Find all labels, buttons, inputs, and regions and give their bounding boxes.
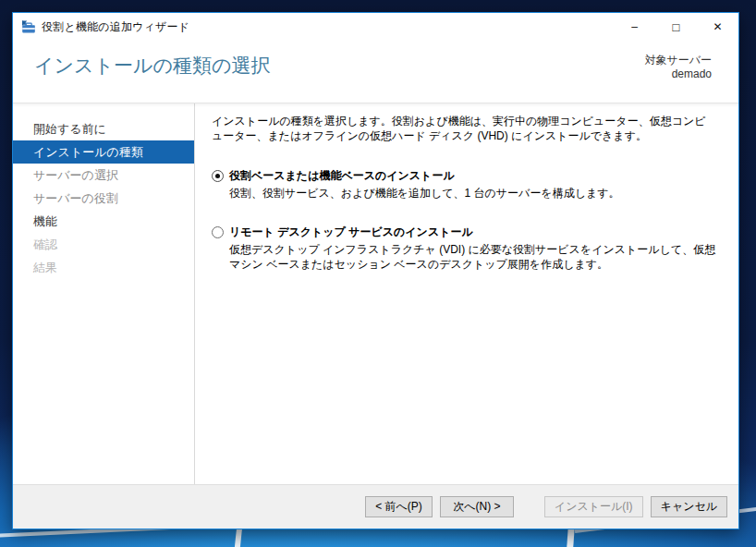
sidebar-item-features[interactable]: 機能 [13,210,194,233]
option-label[interactable]: リモート デスクトップ サービスのインストール [229,225,473,239]
option-role-based-install[interactable]: 役割ベースまたは機能ベースのインストール 役割、役割サービス、および機能を追加し… [212,168,716,201]
intro-text: インストールの種類を選択します。役割および機能は、実行中の物理コンピューター、仮… [212,114,716,143]
sidebar-item-installation-type[interactable]: インストールの種類 [13,140,194,164]
maximize-button[interactable]: □ [655,13,697,41]
cancel-button[interactable]: キャンセル [651,496,727,517]
page-title: インストールの種類の選択 [34,53,738,79]
sidebar-item-before-you-begin[interactable]: 開始する前に [13,117,194,140]
caption-buttons: – □ ✕ [614,13,738,41]
sidebar-item-server-roles[interactable]: サーバーの役割 [13,187,194,210]
option-remote-desktop-install[interactable]: リモート デスクトップ サービスのインストール 仮想デスクトップ インフラストラ… [212,225,716,272]
sidebar-item-results: 結果 [13,256,194,279]
wizard-window: 役割と機能の追加ウィザード – □ ✕ インストールの種類の選択 対象サーバー … [12,12,739,529]
wizard-footer: < 前へ(P) 次へ(N) > インストール(I) キャンセル [13,484,738,529]
sidebar-item-server-selection[interactable]: サーバーの選択 [13,164,194,187]
window-title: 役割と機能の追加ウィザード [42,19,189,35]
wallpaper-light-beam [567,528,574,547]
wizard-steps-sidebar: 開始する前に インストールの種類 サーバーの選択 サーバーの役割 機能 確認 結… [13,103,195,484]
desktop-wallpaper: 役割と機能の追加ウィザード – □ ✕ インストールの種類の選択 対象サーバー … [0,0,756,547]
target-server-label: 対象サーバー [644,54,712,67]
previous-button[interactable]: < 前へ(P) [365,496,433,517]
option-label[interactable]: 役割ベースまたは機能ベースのインストール [229,168,455,183]
title-bar[interactable]: 役割と機能の追加ウィザード – □ ✕ [13,13,738,41]
radio-button-icon[interactable] [212,226,224,238]
install-button[interactable]: インストール(I) [544,496,643,517]
wizard-body: 開始する前に インストールの種類 サーバーの選択 サーバーの役割 機能 確認 結… [13,103,738,484]
target-server-block: 対象サーバー demado [644,54,712,81]
sidebar-item-confirmation: 確認 [13,233,194,256]
minimize-button[interactable]: – [614,13,655,41]
target-server-value: demado [644,67,712,81]
wizard-content: インストールの種類を選択します。役割および機能は、実行中の物理コンピューター、仮… [195,103,738,484]
option-description: 仮想デスクトップ インフラストラクチャ (VDI) に必要な役割サービスをインス… [229,242,716,272]
wallpaper-light-beam [235,528,242,547]
radio-button-icon[interactable] [212,170,224,182]
close-button[interactable]: ✕ [697,13,738,41]
next-button[interactable]: 次へ(N) > [440,496,514,517]
toolbox-app-icon [21,19,36,34]
wizard-header: インストールの種類の選択 対象サーバー demado [13,41,738,103]
option-description: 役割、役割サービス、および機能を追加して、1 台のサーバーを構成します。 [229,186,716,201]
